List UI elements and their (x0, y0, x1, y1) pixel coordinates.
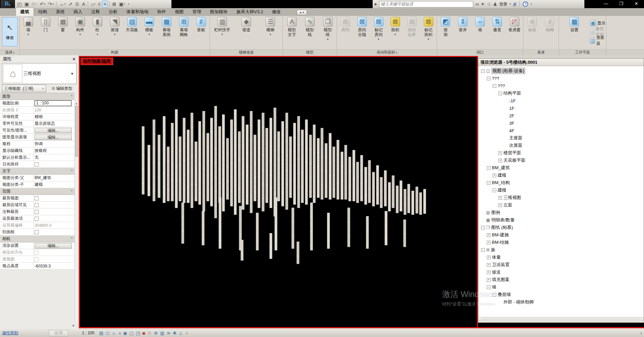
sync-icon[interactable]: ⟳▾ (30, 1, 38, 7)
communication-center-icon[interactable]: ✶ (481, 1, 485, 7)
property-group-范围[interactable]: 范围^ (0, 188, 75, 195)
railing-button[interactable]: ▥栏杆扶手▼ (210, 17, 234, 37)
tree-item-图纸 (柏慕)[interactable]: −❒图纸 (柏慕) (478, 224, 644, 231)
wall-opening-button[interactable]: ⇔墙 (472, 17, 489, 32)
tab-协作[interactable]: 协作 (153, 8, 170, 16)
checkbox[interactable] (35, 230, 39, 234)
tree-item-次屋面[interactable]: 次屋面 (478, 142, 644, 149)
tab-管理[interactable]: 管理 (188, 8, 206, 16)
column-button[interactable]: ▮柱▼ (89, 17, 106, 37)
tag-area-button[interactable]: ⊠标记面积▼ (420, 17, 437, 42)
restore-button[interactable]: ❒ (614, 0, 629, 8)
exchange-apps-icon[interactable]: X (513, 1, 516, 7)
aligned-dimension-icon[interactable]: ↗ (67, 1, 74, 7)
tag-room-button[interactable]: ⊠标记房间▼ (370, 17, 387, 42)
scroll-down-icon[interactable]: ▼ (72, 324, 75, 328)
hide-analytical-model-icon[interactable]: ≋ (167, 331, 170, 336)
collapse-icon[interactable]: ^ (71, 237, 72, 241)
ceiling-button[interactable]: ▤天花板 (123, 17, 141, 32)
tab-结构[interactable]: 结构 (34, 8, 51, 16)
sun-path-icon[interactable]: ☼ (112, 331, 116, 336)
dormer-opening-button[interactable]: ◸老虎窗 (506, 17, 523, 32)
open-icon[interactable]: ◰ (16, 1, 23, 7)
show-rendering-dialog-icon[interactable]: ◉ (123, 331, 127, 336)
tree-item-BM-结施[interactable]: +BM-结施 (478, 239, 644, 246)
scrollbar-track[interactable] (481, 318, 641, 322)
collapse-icon[interactable]: − (481, 248, 485, 252)
tab-视图[interactable]: 视图 (170, 8, 188, 16)
panel-label-构建[interactable]: 构建 (20, 49, 210, 56)
scroll-right-icon[interactable]: › (640, 330, 642, 336)
browser-horizontal-scrollbar[interactable]: ‹ › (478, 317, 644, 322)
collapse-icon[interactable]: − (498, 92, 502, 95)
curtain-grid-button[interactable]: ⊞幕墙网格 (175, 17, 192, 37)
tree-item-外部 - 砌块勒脚[interactable]: 外部 - 砌块勒脚 (478, 298, 644, 306)
curtain-system-button[interactable]: ▦幕墙系统 (158, 17, 175, 37)
tab-建筑[interactable]: 建筑 (16, 7, 34, 16)
shadows-icon[interactable]: ◑ (118, 331, 121, 336)
collapse-icon[interactable]: − (487, 166, 491, 170)
tree-item--1F[interactable]: -1F (478, 97, 644, 104)
property-group-图形[interactable]: 图形^ (0, 93, 75, 100)
tree-item-???[interactable]: −??? (478, 82, 644, 90)
collapse-icon[interactable]: − (481, 69, 485, 73)
properties-scrollbar[interactable]: ▲ (75, 102, 78, 322)
collapse-icon[interactable]: ^ (71, 169, 72, 173)
model-text-button[interactable]: A模型文字 (283, 17, 301, 37)
tree-item-天花板平面[interactable]: +天花板平面 (478, 157, 644, 164)
value-field[interactable]: 协调 (34, 141, 75, 147)
properties-help-link[interactable]: 属性帮助 (2, 330, 18, 336)
reveal-hidden-elements-icon[interactable]: ☉ (147, 331, 151, 336)
panel-label-工作平面[interactable]: 工作平面 (559, 49, 606, 56)
default-3d-view-icon[interactable]: ⌂▾ (90, 1, 96, 7)
floor-button[interactable]: ▬楼板▼ (141, 17, 158, 37)
close-icon[interactable]: ✕ (72, 57, 76, 62)
panel-label-洞口[interactable]: 洞口 (437, 49, 523, 56)
collapse-icon[interactable]: − (481, 226, 485, 230)
tab-修改[interactable]: 修改 (268, 8, 285, 16)
door-button[interactable]: ▯门 (37, 17, 54, 32)
view-scale-button[interactable]: 1 : 100 (82, 331, 95, 335)
value-field[interactable]: BM_建筑 (34, 175, 75, 181)
tree-item-墙[interactable]: −墙 (478, 283, 644, 291)
model-group-button[interactable]: ❒模型组▼ (319, 17, 337, 42)
opening-by-face-button[interactable]: ◩按面 (437, 17, 454, 37)
ramp-button[interactable]: ◆坡道 (234, 17, 258, 32)
collapse-icon[interactable]: − (487, 285, 491, 289)
switch-windows-icon[interactable]: ▣▾ (118, 1, 126, 7)
expand-icon[interactable]: + (498, 151, 502, 155)
panel-label-基准[interactable]: 基准 (523, 49, 559, 56)
tree-item-4F[interactable]: 4F (478, 127, 644, 134)
infocenter-expand-icon[interactable]: ▶ (375, 2, 377, 6)
tree-item-填充图案[interactable]: +填充图案 (478, 276, 644, 283)
stair-button[interactable]: ☰楼梯▼ (258, 17, 283, 37)
value-field[interactable]: 304800.0 (34, 222, 75, 229)
tree-item-1F[interactable]: 1F (478, 104, 644, 112)
edit-type-button[interactable]: ⊞ 编辑类型 (47, 85, 77, 92)
wall-button[interactable]: ▄墙▼ (20, 17, 37, 37)
panel-label-楼梯坡道[interactable]: 楼梯坡道 (210, 49, 283, 56)
expand-icon[interactable]: + (493, 174, 496, 177)
tree-item-BM-建施[interactable]: +BM-建施 (478, 231, 644, 239)
application-menu-button[interactable]: R▾ (1, 0, 14, 8)
crop-view-icon[interactable]: ▢ (129, 331, 133, 336)
tree-item-坡道[interactable]: +坡道 (478, 269, 644, 276)
tree-item-结构平面[interactable]: −结构平面 (478, 90, 644, 97)
project-browser-title[interactable]: 项目浏览器 - 5号楼结构.0001 (478, 59, 644, 66)
tree-item-叠层墙[interactable]: −叠层墙 (478, 291, 644, 298)
tree-item-族[interactable]: −⊞族 (478, 246, 644, 254)
section-icon[interactable]: ◊ (97, 1, 101, 7)
minimize-button[interactable]: — (598, 0, 614, 8)
chevron-down-icon[interactable]: ▾ (510, 3, 511, 5)
modify-button[interactable]: ↖修改 (2, 17, 18, 46)
worksharing-display-icon[interactable]: ⚙ (154, 331, 158, 336)
tab-体量和场地[interactable]: 体量和场地 (122, 8, 153, 16)
highlight-displacement-sets-icon[interactable]: ✚ (173, 331, 176, 336)
checkbox[interactable] (35, 210, 39, 214)
area-button[interactable]: ⊠面积▼ (387, 17, 403, 37)
apply-button[interactable]: 应用 (49, 330, 68, 336)
collapse-icon[interactable]: − (493, 293, 496, 297)
chevron-down-icon[interactable]: ▾ (531, 3, 532, 5)
expand-icon[interactable]: + (487, 271, 491, 274)
tab-插入[interactable]: 插入 (69, 8, 87, 16)
